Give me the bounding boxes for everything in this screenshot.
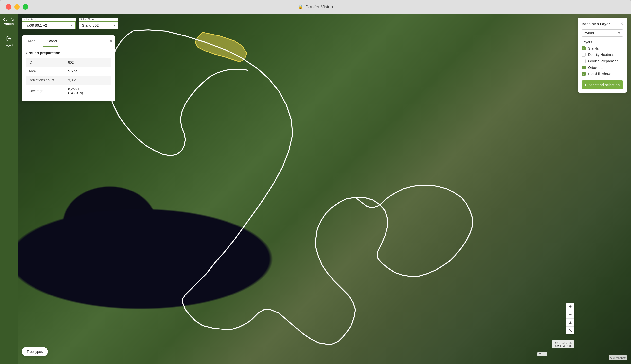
compass-button[interactable]: ▲ [566,319,574,326]
table-cell-value: 802 [65,58,112,67]
table-row: Coverage 8,268.1 m2(14.79 %) [26,84,112,97]
tree-types-button[interactable]: Tree types [22,347,48,356]
zoom-out-button[interactable]: − [566,311,574,319]
longitude-display: Lng: 19.357680 [554,344,572,347]
mapbox-attribution: ⊙ © mapbox [608,355,627,360]
layer-ground-preparation-label: Ground Preparation [588,59,618,63]
map-controls: + − ▲ ⤡ [566,303,574,334]
right-panel-close-button[interactable]: × [620,21,623,26]
layers-label: Layers [582,40,623,44]
layer-ortophoto[interactable]: Ortophoto [582,66,623,70]
clear-stand-selection-button[interactable]: Clear stand selection [582,80,623,89]
logout-label: Logout [5,44,13,46]
sidebar-app-name-1: Conifer [3,18,14,22]
layer-ortophoto-checkbox[interactable] [582,66,586,70]
stand-select-wrapper: Stand 802 ▼ [79,21,118,29]
area-select-wrapper: mb09 86.1 v2 ▼ [22,21,76,29]
minimize-button[interactable] [14,4,20,10]
layer-stands-label: Stands [588,46,599,50]
table-row: Detections count 3,954 [26,76,112,84]
main-map-area[interactable]: Select Area mb09 86.1 v2 ▼ Select Stand … [18,14,631,364]
tab-stand[interactable]: Stand [42,36,63,46]
layer-stand-fill-show[interactable]: Stand fill show [582,72,623,76]
table-cell-value: 8,268.1 m2(14.79 %) [65,84,112,97]
table-cell-value: 3,954 [65,76,112,84]
table-row: ID 802 [26,58,112,67]
toolbar: Select Area mb09 86.1 v2 ▼ Select Stand … [22,18,118,29]
layer-density-heatmap-label: Density Heatmap [588,53,614,57]
right-panel-title: Base Map Layer [582,22,610,26]
logout-icon [6,36,12,43]
layer-density-heatmap-checkbox[interactable] [582,53,586,57]
sidebar-logo: Conifer Vision [3,18,14,26]
stand-select-label: Select Stand [79,18,118,21]
stand-select[interactable]: Stand 802 [79,21,118,29]
app-container: Conifer Vision Logout [0,14,631,364]
basemap-select[interactable]: hybrid satellite streets [582,29,623,37]
latitude-display: Lat: 64.580155 [554,341,572,344]
sidebar: Conifer Vision Logout [0,14,18,364]
data-table: ID 802 Area 5.6 ha Detections count 3,95… [26,58,112,97]
traffic-lights [6,4,28,10]
right-panel-header: Base Map Layer × [582,21,623,26]
stand-select-group: Select Stand Stand 802 ▼ [79,18,118,29]
maximize-button[interactable] [23,4,28,10]
close-button[interactable] [6,4,11,10]
area-select-group: Select Area mb09 86.1 v2 ▼ [22,18,76,29]
table-row: Area 5.6 ha [26,67,112,76]
layer-stand-fill-show-checkbox[interactable] [582,72,586,76]
fullscreen-button[interactable]: ⤡ [566,326,574,334]
layer-ortophoto-label: Ortophoto [588,66,604,70]
layer-stand-fill-show-label: Stand fill show [588,72,610,76]
area-select[interactable]: mb09 86.1 v2 [22,21,76,29]
window-chrome: 🔒 Conifer Vision [0,0,631,14]
table-cell-label: Coverage [26,84,65,97]
basemap-select-wrapper: hybrid satellite streets ▼ [582,29,623,37]
table-cell-label: Detections count [26,76,65,84]
panel-section-title: Ground preparation [26,51,112,55]
layer-ground-preparation[interactable]: Ground Preparation [582,59,623,63]
panel-content: Ground preparation ID 802 Area 5.6 ha De… [22,47,115,101]
window-title: 🔒 Conifer Vision [298,4,333,10]
layer-ground-preparation-checkbox[interactable] [582,59,586,63]
layer-stands[interactable]: Stands [582,46,623,50]
zoom-in-button[interactable]: + [566,303,574,311]
sidebar-app-name-2: Vision [3,22,14,26]
layer-stands-checkbox[interactable] [582,46,586,50]
layer-density-heatmap[interactable]: Density Heatmap [582,53,623,57]
coordinates-badge: Lat: 64.580155 Lng: 19.357680 [552,340,574,348]
mapbox-logo-icon: ⊙ [610,356,612,359]
tab-area[interactable]: Area [22,36,42,46]
tab-indicator [43,46,58,46]
area-select-label: Select Area [22,18,76,21]
table-cell-label: Area [26,67,65,76]
attribution-text: © mapbox [613,356,626,359]
table-cell-value: 5.6 ha [65,67,112,76]
panel-close-button[interactable]: × [110,39,112,43]
app-title-text: Conifer Vision [306,4,333,10]
panel-tabs: Area Stand × [22,36,115,47]
info-panel: Area Stand × Ground preparation ID 802 A… [22,36,115,101]
sidebar-item-logout[interactable]: Logout [3,34,15,48]
lock-icon: 🔒 [298,4,304,10]
right-panel: Base Map Layer × hybrid satellite street… [578,18,627,93]
scale-bar: 20 m [537,352,547,356]
table-cell-label: ID [26,58,65,67]
